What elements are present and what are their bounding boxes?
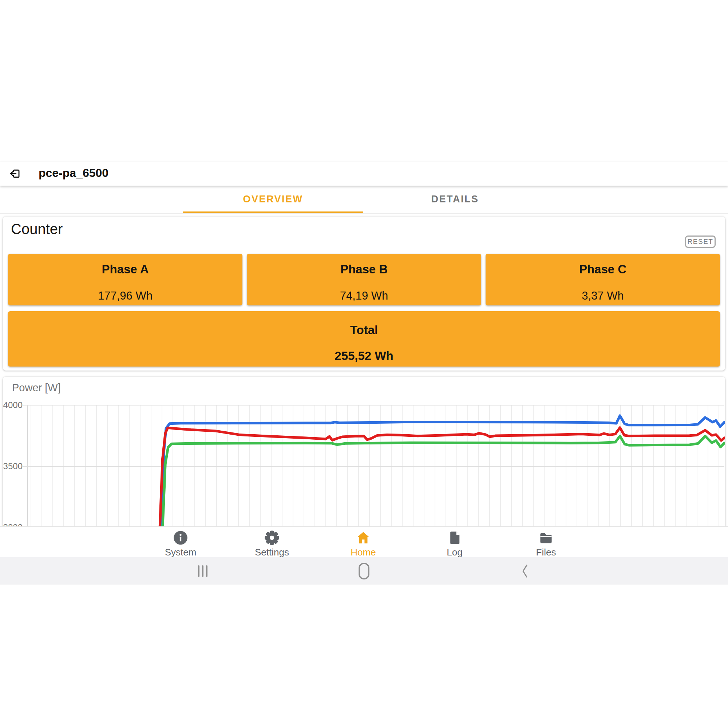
home-icon: [355, 530, 372, 546]
recents-button[interactable]: [181, 557, 225, 584]
phase-b-value: 74,19 Wh: [247, 289, 481, 303]
document-icon: [446, 530, 463, 546]
bottom-navigation: System Settings Home: [0, 526, 728, 558]
tab-details[interactable]: DETAILS: [364, 186, 546, 213]
total-label: Total: [8, 323, 720, 337]
phase-c-label: Phase C: [486, 262, 720, 276]
tab-bar: OVERVIEW DETAILS: [0, 186, 728, 214]
y-tick-label: 3500: [3, 461, 23, 471]
tab-overview[interactable]: OVERVIEW: [182, 186, 364, 213]
back-icon: [517, 563, 534, 579]
phase-a-value: 177,96 Wh: [8, 289, 242, 303]
info-icon: [172, 530, 189, 546]
screen: pce-pa_6500 OVERVIEW DETAILS Counter RES…: [0, 0, 728, 728]
nav-label: Home: [350, 547, 376, 558]
folder-icon: [538, 530, 554, 546]
exit-to-app-icon[interactable]: [9, 167, 22, 180]
counter-title: Counter: [11, 221, 63, 237]
nav-item-home[interactable]: Home: [332, 527, 394, 558]
phase-a-label: Phase A: [8, 262, 242, 276]
android-system-bar: [0, 557, 728, 584]
home-button[interactable]: [342, 557, 386, 584]
counter-card: Counter RESET Phase A 177,96 Wh Phase B …: [3, 217, 725, 370]
phase-a-card: Phase A 177,96 Wh: [8, 254, 242, 305]
nav-item-system[interactable]: System: [150, 527, 211, 558]
page-title: pce-pa_6500: [38, 166, 109, 180]
total-card: Total 255,52 Wh: [8, 311, 720, 367]
nav-item-settings[interactable]: Settings: [241, 527, 303, 558]
back-button[interactable]: [503, 557, 547, 584]
active-tab-indicator: [183, 211, 363, 213]
nav-label: Files: [536, 547, 556, 558]
home-icon: [356, 562, 372, 580]
nav-item-files[interactable]: Files: [515, 527, 577, 558]
power-chart-card: Power [W] 400035003000: [3, 377, 725, 527]
nav-item-log[interactable]: Log: [424, 527, 486, 558]
nav-label: Settings: [255, 547, 289, 558]
y-tick-label: 4000: [3, 400, 23, 410]
phase-b-card: Phase B 74,19 Wh: [247, 254, 481, 305]
power-line-chart: [3, 377, 725, 527]
app-bar: pce-pa_6500: [0, 162, 728, 186]
nav-label: Log: [447, 547, 462, 558]
recents-icon: [194, 563, 211, 579]
nav-label: System: [165, 547, 197, 558]
phase-c-value: 3,37 Wh: [486, 289, 720, 303]
reset-button[interactable]: RESET: [685, 236, 716, 248]
phase-b-label: Phase B: [247, 262, 481, 276]
gear-icon: [263, 530, 280, 546]
phase-c-card: Phase C 3,37 Wh: [486, 254, 720, 305]
total-value: 255,52 Wh: [8, 349, 720, 363]
